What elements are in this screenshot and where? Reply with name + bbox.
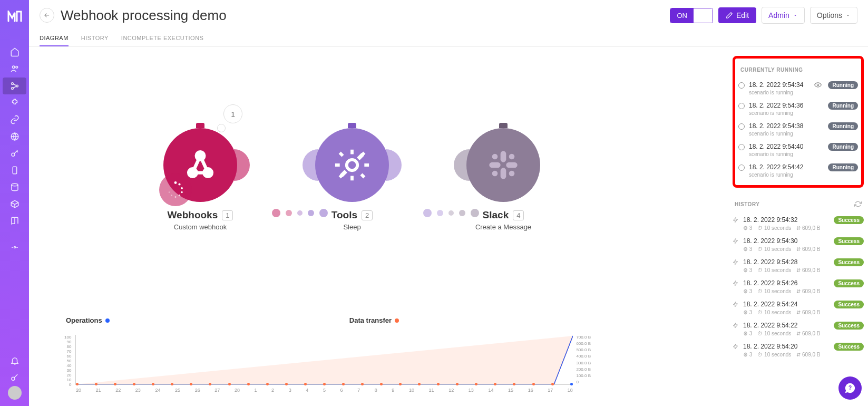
running-badge: Running xyxy=(828,81,858,89)
sidebar-docs[interactable] xyxy=(0,212,29,229)
edit-button-label: Edit xyxy=(736,11,749,20)
sidebar-admin-key[interactable] xyxy=(0,369,29,386)
chart-points xyxy=(76,383,573,384)
options-dropdown[interactable]: Options xyxy=(810,7,857,24)
running-item[interactable]: 18. 2. 2022 9:54:34 scenario is running … xyxy=(738,78,858,99)
success-badge: Success xyxy=(834,216,864,224)
history-item[interactable]: 18. 2. 2022 9:54:24 ⚙ 3⏱ 10 seconds⇵ 609… xyxy=(733,297,864,318)
refresh-icon[interactable] xyxy=(854,200,862,208)
eye-icon[interactable] xyxy=(814,81,822,89)
svg-point-21 xyxy=(169,191,170,192)
run-status-text: scenario is running xyxy=(749,131,824,137)
node-webhooks[interactable]: 1 Webhooks1 Custom webhook xyxy=(163,128,237,231)
node-tab-icon xyxy=(348,123,356,128)
history-item[interactable]: 18. 2. 2022 9:54:32 ⚙ 3⏱ 10 seconds⇵ 609… xyxy=(733,213,864,234)
sidebar-templates[interactable] xyxy=(0,94,29,111)
sidebar-scenarios[interactable] xyxy=(3,78,26,94)
svg-point-1 xyxy=(15,66,17,68)
edit-button[interactable]: Edit xyxy=(718,7,756,23)
running-item[interactable]: 18. 2. 2022 9:54:40 scenario is running … xyxy=(738,140,858,160)
slack-icon xyxy=(486,148,520,182)
brand-logo[interactable] xyxy=(0,4,29,28)
sidebar-more[interactable] xyxy=(0,239,29,256)
running-item[interactable]: 18. 2. 2022 9:54:38 scenario is running … xyxy=(738,119,858,140)
sidebar-notifications[interactable] xyxy=(0,352,29,369)
svg-rect-26 xyxy=(506,162,517,168)
svg-rect-23 xyxy=(501,151,506,162)
running-badge: Running xyxy=(828,163,858,171)
node-tools-subtitle: Sleep xyxy=(315,223,389,231)
svg-rect-25 xyxy=(489,162,500,168)
bolt-icon xyxy=(733,280,739,286)
sidebar-team[interactable] xyxy=(0,61,29,78)
sidebar-connections[interactable] xyxy=(0,111,29,128)
chart-xaxis: 2021222324252627281234567891011121314151… xyxy=(76,388,573,393)
success-badge: Success xyxy=(834,258,864,266)
node-tools[interactable]: Tools2 Sleep xyxy=(315,128,389,231)
tab-history[interactable]: HISTORY xyxy=(81,31,109,47)
bubble-count[interactable]: 1 xyxy=(223,104,242,123)
tab-diagram[interactable]: DIAGRAM xyxy=(40,31,69,47)
sidebar-devices[interactable] xyxy=(0,162,29,179)
running-spinner-icon xyxy=(738,144,745,150)
loading-spinner-icon xyxy=(159,173,192,206)
history-meta: ⚙ 3⏱ 10 seconds⇵ 609,0 B xyxy=(743,331,830,336)
svg-point-22 xyxy=(347,160,357,170)
running-spinner-icon xyxy=(738,82,745,89)
scenario-toggle[interactable]: ON xyxy=(670,8,713,23)
running-badge: Running xyxy=(828,143,858,151)
run-time: 18. 2. 2022 9:54:36 xyxy=(749,102,824,109)
bolt-icon xyxy=(733,343,739,350)
tab-incomplete[interactable]: INCOMPLETE EXECUTIONS xyxy=(121,31,204,47)
sidebar-datastores[interactable] xyxy=(0,179,29,196)
history-item[interactable]: 18. 2. 2022 9:54:20 ⚙ 3⏱ 10 seconds⇵ 609… xyxy=(733,340,864,361)
run-status-text: scenario is running xyxy=(749,151,824,157)
back-button[interactable] xyxy=(40,8,54,23)
success-badge: Success xyxy=(834,322,864,330)
sidebar-home[interactable] xyxy=(0,44,29,61)
bolt-icon xyxy=(733,217,739,223)
success-badge: Success xyxy=(834,279,864,287)
page-title: Webhook processing demo xyxy=(61,7,227,24)
right-panel: CURRENTLY RUNNING 18. 2. 2022 9:54:34 sc… xyxy=(728,46,868,406)
node-webhooks-title: Webhooks xyxy=(168,209,218,221)
sidebar-datastructures[interactable] xyxy=(0,196,29,212)
svg-point-9 xyxy=(14,247,15,248)
node-tools-badge: 2 xyxy=(362,210,373,220)
chart-lines xyxy=(76,335,573,384)
sidebar-keys[interactable] xyxy=(0,145,29,162)
svg-point-6 xyxy=(12,153,15,156)
history-time: 18. 2. 2022 9:54:30 xyxy=(743,237,830,245)
history-item[interactable]: 18. 2. 2022 9:54:22 ⚙ 3⏱ 10 seconds⇵ 609… xyxy=(733,318,864,340)
chat-fab[interactable]: ? xyxy=(838,376,862,400)
history-item[interactable]: 18. 2. 2022 9:54:30 ⚙ 3⏱ 10 seconds⇵ 609… xyxy=(733,234,864,255)
running-item[interactable]: 18. 2. 2022 9:54:36 scenario is running … xyxy=(738,99,858,119)
history-meta: ⚙ 3⏱ 10 seconds⇵ 609,0 B xyxy=(743,225,830,231)
node-slack-subtitle: Create a Message xyxy=(466,223,540,231)
svg-point-19 xyxy=(175,196,177,198)
history-time: 18. 2. 2022 9:54:26 xyxy=(743,279,830,287)
toggle-on-label: ON xyxy=(670,8,694,23)
node-slack[interactable]: Slack4 Create a Message xyxy=(466,128,540,231)
bolt-icon xyxy=(733,322,739,328)
admin-dropdown[interactable]: Admin xyxy=(762,7,805,24)
svg-rect-7 xyxy=(13,167,17,174)
svg-point-10 xyxy=(12,377,15,380)
history-item[interactable]: 18. 2. 2022 9:54:26 ⚙ 3⏱ 10 seconds⇵ 609… xyxy=(733,276,864,297)
success-badge: Success xyxy=(834,343,864,351)
run-status-text: scenario is running xyxy=(749,110,824,116)
admin-label: Admin xyxy=(768,11,789,20)
history-item[interactable]: 18. 2. 2022 9:54:28 ⚙ 3⏱ 10 seconds⇵ 609… xyxy=(733,255,864,276)
node-webhooks-subtitle: Custom webhook xyxy=(163,223,237,231)
sidebar xyxy=(0,0,29,406)
user-avatar[interactable] xyxy=(8,386,22,400)
history-time: 18. 2. 2022 9:54:32 xyxy=(743,216,830,224)
running-item[interactable]: 18. 2. 2022 9:54:42 scenario is running … xyxy=(738,160,858,181)
canvas[interactable]: 1 Webhooks1 Custom webhook Tools2 Sleep … xyxy=(29,46,728,406)
bolt-icon xyxy=(733,301,739,307)
sidebar-webhooks[interactable] xyxy=(0,128,29,145)
svg-point-30 xyxy=(509,171,515,177)
node-tab-icon xyxy=(196,123,204,128)
history-meta: ⚙ 3⏱ 10 seconds⇵ 609,0 B xyxy=(743,288,830,294)
run-status-text: scenario is running xyxy=(749,90,810,95)
